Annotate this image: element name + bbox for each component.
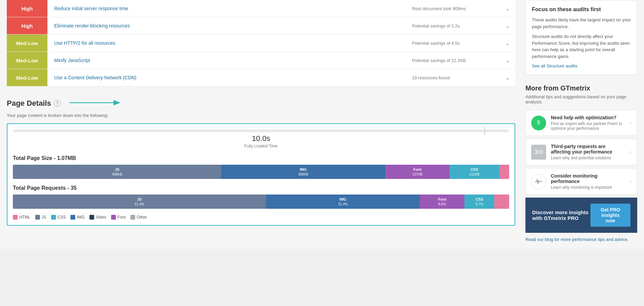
audit-badge-use-http2: Med-Low [7, 35, 47, 52]
tip-icon-fiverr-tip: fi [531, 116, 546, 130]
req-bar-seg-IMG: IMG31.4% [266, 195, 420, 209]
svg-marker-1 [113, 100, 120, 105]
page-details-title: Page Details [7, 99, 51, 108]
tip-card-monitoring-tip[interactable]: Consider monitoring performance Learn wh… [525, 168, 637, 195]
tip-icon-third-party-tip: 3rd [531, 145, 546, 160]
legend-dot-html [13, 215, 18, 220]
size-bar-seg-small [499, 165, 509, 179]
audit-detail-reduce-server-response: Root document took 909ms [405, 3, 500, 15]
legend-dot-video [89, 215, 94, 220]
legend-label-js: JS [42, 215, 46, 220]
size-bar-seg-Font: Font137KB [385, 165, 450, 179]
legend-item-other: Other [130, 215, 147, 220]
legend-dot-css [51, 215, 56, 220]
pro-banner: Discover more insights with GTmetrix PRO… [525, 198, 637, 233]
audit-chevron-reduce-server-response[interactable]: ⌄ [500, 1, 515, 16]
more-gtmetrix-subtitle: Additional tips and suggestions based on… [525, 94, 637, 104]
blog-link[interactable]: Read our blog for more performance tips … [525, 237, 637, 242]
audit-detail-eliminate-render-blocking: Potential savings of 2.2s [405, 20, 500, 32]
tip-content-third-party-tip: Third-party requests are affecting your … [551, 144, 625, 160]
req-bar-seg-JS: JS51.4% [13, 195, 266, 209]
fully-loaded-value: 10.0s [13, 134, 509, 143]
legend-item-video: Video [89, 215, 106, 220]
size-bar-seg-CSS: CSS111KB [450, 165, 499, 179]
legend-label-css: CSS [58, 215, 66, 220]
audit-chevron-minify-js[interactable]: ⌄ [500, 53, 515, 67]
focus-box-title: Focus on these audits first [532, 6, 631, 13]
focus-box-para1: These audits likely have the largest imp… [532, 17, 631, 30]
legend-item-html: HTML [13, 215, 30, 220]
more-gtmetrix-title: More from GTmetrix [525, 84, 637, 92]
audit-row-reduce-server-response: High Reduce initial server response time… [7, 0, 515, 17]
audit-link-use-http2[interactable]: Use HTTP/2 for all resources [47, 37, 405, 49]
audit-badge-use-cdn: Med-Low [7, 69, 47, 86]
fully-loaded-label: Fully Loaded Time [13, 144, 509, 148]
tip-content-monitoring-tip: Consider monitoring performance Learn wh… [551, 173, 625, 190]
legend-dot-js [35, 215, 40, 220]
audit-chevron-use-http2[interactable]: ⌄ [500, 36, 515, 50]
audit-row-use-http2: Med-Low Use HTTP/2 for all resources Pot… [7, 35, 515, 52]
audit-detail-use-http2: Potential savings of 4.5s [405, 37, 500, 49]
tip-card-third-party-tip[interactable]: 3rd Third-party requests are affecting y… [525, 139, 637, 165]
audit-row-eliminate-render-blocking: High Eliminate render-blocking resources… [7, 17, 515, 35]
tip-desc-third-party-tip: Learn why and potential solutions [551, 156, 625, 160]
tip-arrow-monitoring-tip: › [629, 178, 631, 185]
legend-label-img: IMG [77, 215, 85, 220]
audit-badge-eliminate-render-blocking: High [7, 17, 47, 34]
audit-link-eliminate-render-blocking[interactable]: Eliminate render-blocking resources [47, 20, 405, 32]
legend-dot-font [111, 215, 116, 220]
focus-box-para2: Structure audits do not directly affect … [532, 33, 631, 60]
tip-arrow-fiverr-tip: › [629, 119, 631, 126]
tip-desc-monitoring-tip: Learn why monitoring is important [551, 185, 625, 190]
page-details-section: Page Details ? Your page content is brok… [7, 96, 515, 226]
legend-dot-other [130, 215, 135, 220]
audit-link-reduce-server-response[interactable]: Reduce initial server response time [47, 2, 405, 15]
size-bar-seg-IMG: IMG358KB [221, 165, 385, 179]
page-details-chart-box: 10.0s Fully Loaded Time Total Page Size … [7, 123, 515, 226]
tip-card-fiverr-tip[interactable]: fi Need help with optimization? Find an … [525, 110, 637, 136]
tip-title-monitoring-tip: Consider monitoring performance [551, 173, 625, 184]
req-bar-seg-CSS: CSS5.7% [464, 195, 494, 209]
question-mark-icon[interactable]: ? [54, 100, 61, 107]
total-requests-title: Total Page Requests - 35 [13, 185, 509, 191]
legend-item-css: CSS [51, 215, 66, 220]
audit-badge-reduce-server-response: High [7, 0, 47, 17]
legend-label-other: Other [137, 215, 147, 220]
total-size-section: Total Page Size - 1.07MB JS456KBIMG358KB… [13, 155, 509, 179]
tips-list: fi Need help with optimization? Find an … [525, 110, 637, 195]
tip-content-fiverr-tip: Need help with optimization? Find an exp… [551, 115, 625, 131]
fully-loaded-container: 10.0s Fully Loaded Time [13, 129, 509, 148]
legend-label-video: Video [96, 215, 106, 220]
tip-desc-fiverr-tip: Find an expert with our partner Fiverr t… [551, 121, 625, 131]
legend-label-html: HTML [19, 215, 30, 220]
tip-title-third-party-tip: Third-party requests are affecting your … [551, 144, 625, 155]
legend-item-img: IMG [70, 215, 85, 220]
more-gtmetrix-section: More from GTmetrix Additional tips and s… [525, 84, 637, 242]
audit-link-minify-js[interactable]: Minify JavaScript [47, 54, 405, 66]
pro-banner-text: Discover more insights with GTmetrix PRO [532, 209, 590, 221]
requests-stacked-bar: JS51.4%IMG31.4%Font8.6%CSS5.7% [13, 195, 509, 209]
size-stacked-bar: JS456KBIMG358KBFont137KBCSS111KB [13, 165, 509, 179]
focus-box: Focus on these audits first These audits… [525, 0, 637, 75]
legend-item-font: Font [111, 215, 126, 220]
legend-item-js: JS [35, 215, 46, 220]
legend-label-font: Font [118, 215, 126, 220]
audit-table: High Reduce initial server response time… [7, 0, 515, 86]
audit-row-use-cdn: Med-Low Use a Content Delivery Network (… [7, 69, 515, 86]
audit-link-use-cdn[interactable]: Use a Content Delivery Network (CDN) [47, 72, 405, 84]
req-bar-seg-Font: Font8.6% [420, 195, 464, 209]
tip-icon-monitoring-tip [531, 174, 546, 189]
tip-arrow-third-party-tip: › [629, 148, 631, 156]
audit-chevron-use-cdn[interactable]: ⌄ [500, 70, 515, 85]
size-bar-seg-JS: JS456KB [13, 165, 221, 179]
audit-detail-use-cdn: 19 resources found [405, 72, 500, 84]
focus-box-link[interactable]: See all Structure audits [532, 63, 577, 68]
audit-badge-minify-js: Med-Low [7, 52, 47, 69]
chart-legend: HTMLJSCSSIMGVideoFontOther [13, 215, 509, 220]
audit-detail-minify-js: Potential savings of 22.2KB [405, 55, 500, 66]
tip-title-fiverr-tip: Need help with optimization? [551, 115, 625, 120]
pro-insights-button[interactable]: Get PRO insights now [590, 204, 630, 227]
page-details-subtitle: Your page content is broken down into th… [7, 113, 515, 118]
audit-chevron-eliminate-render-blocking[interactable]: ⌄ [500, 19, 515, 33]
total-requests-section: Total Page Requests - 35 JS51.4%IMG31.4%… [13, 185, 509, 209]
